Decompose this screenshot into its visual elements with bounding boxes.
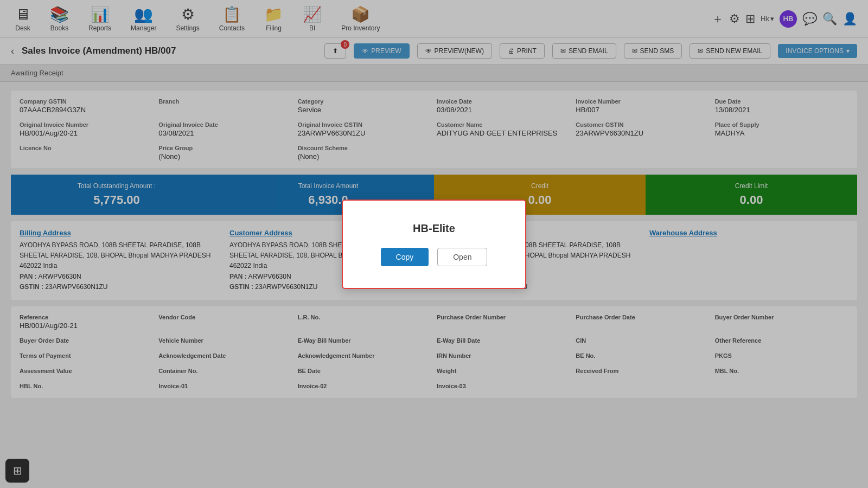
- modal-buttons: Copy Open: [375, 248, 493, 266]
- modal-title: HB-Elite: [375, 222, 493, 235]
- modal-box: HB-Elite Copy Open: [342, 200, 526, 289]
- open-button[interactable]: Open: [437, 248, 487, 266]
- copy-button[interactable]: Copy: [381, 248, 429, 266]
- modal-overlay: HB-Elite Copy Open: [0, 0, 868, 488]
